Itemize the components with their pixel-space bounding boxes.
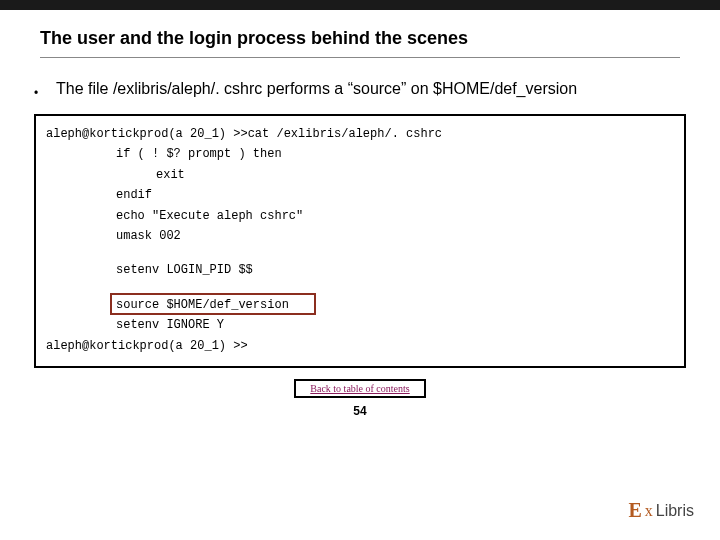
bullet-block: • The file /exlibris/aleph/. cshrc perfo… [0,64,720,106]
code-line: aleph@kortickprod(a 20_1) >> [46,336,674,356]
title-underline [40,57,680,58]
code-line: endif [46,185,674,205]
code-line: setenv LOGIN_PID $$ [46,260,674,280]
code-line: if ( ! $? prompt ) then [46,144,674,164]
logo-e-glyph: E [628,499,641,522]
exlibris-logo: ExLibris [628,499,694,522]
back-link-container: Back to table of contents [0,378,720,398]
code-line: echo "Execute aleph cshrc" [46,206,674,226]
logo-x-glyph: x [645,502,653,520]
bullet-marker: • [34,86,38,100]
bullet-text: The file /exlibris/aleph/. cshrc perform… [56,80,577,97]
code-line: exit [46,165,674,185]
back-to-toc-link[interactable]: Back to table of contents [294,379,425,398]
title-section: The user and the login process behind th… [0,10,720,64]
slide-title: The user and the login process behind th… [40,28,680,55]
logo-text: Libris [656,502,694,520]
code-line: setenv IGNORE Y [46,315,674,335]
page-number: 54 [0,404,720,418]
code-text: source $HOME/def_version [116,298,289,312]
code-block: aleph@kortickprod(a 20_1) >>cat /exlibri… [34,114,686,368]
code-line: aleph@kortickprod(a 20_1) >>cat /exlibri… [46,124,674,144]
top-bar [0,0,720,10]
code-line-highlighted: source $HOME/def_version [46,295,674,315]
code-line: umask 002 [46,226,674,246]
